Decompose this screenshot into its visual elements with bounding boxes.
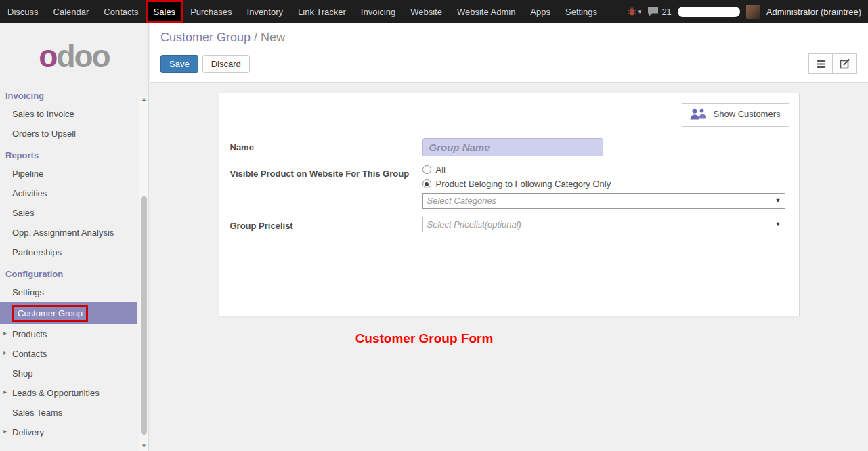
topbar-right: ▾ 21 Administrator (braintree): [627, 0, 868, 23]
menu-contacts[interactable]: Contacts: [96, 0, 146, 23]
sidebar-item-settings[interactable]: Settings: [0, 282, 137, 302]
sidebar-item-leads-opportunities[interactable]: ▸ Leads & Opportunities: [0, 383, 137, 403]
form-view-button[interactable]: [833, 53, 857, 74]
menu-calendar[interactable]: Calendar: [46, 0, 97, 23]
debug-bug-icon[interactable]: ▾: [627, 7, 642, 16]
list-view-button[interactable]: [808, 53, 833, 74]
group-name-input[interactable]: [422, 138, 603, 156]
customers-people-icon: [689, 108, 708, 122]
section-reports: Reports: [0, 144, 137, 164]
group-pricelist-label: Group Pricelist: [230, 217, 422, 232]
sidebar-item-orders-to-upsell[interactable]: Orders to Upsell: [0, 124, 137, 144]
sidebar-item-shop[interactable]: Shop: [0, 364, 137, 383]
menu-website[interactable]: Website: [403, 0, 450, 23]
main-area: Customer Group / New Save Discard: [150, 23, 868, 451]
list-icon: [816, 60, 826, 68]
sidebar-item-pipeline[interactable]: Pipeline: [0, 164, 137, 184]
sidebar-item-partnerships[interactable]: Partnerships: [0, 242, 137, 262]
discard-button[interactable]: Discard: [202, 55, 250, 73]
radio-option-all[interactable]: All: [422, 165, 785, 175]
name-label: Name: [230, 138, 422, 156]
topbar: Discuss Calendar Contacts Sales Purchase…: [0, 0, 868, 23]
breadcrumb-customer-group[interactable]: Customer Group: [160, 30, 251, 44]
edit-icon: [840, 58, 850, 69]
expand-triangle-icon: ▸: [3, 388, 7, 395]
pricelist-row: Group Pricelist Select Pricelist(optiona…: [230, 217, 785, 232]
show-customers-button[interactable]: Show Customers: [682, 103, 789, 127]
message-count: 21: [661, 7, 671, 17]
name-row: Name: [230, 138, 785, 156]
sidebar-scrollbar[interactable]: ▲ ▼: [139, 95, 148, 451]
menu-apps[interactable]: Apps: [523, 0, 558, 23]
radio-checked-icon[interactable]: [422, 179, 431, 188]
menu-inventory[interactable]: Inventory: [240, 0, 290, 23]
avatar[interactable]: [746, 5, 760, 19]
sidebar: odoo Invoicing Sales to Invoice Orders t…: [0, 23, 149, 451]
menu-purchases[interactable]: Purchases: [183, 0, 239, 23]
breadcrumb: Customer Group / New: [160, 30, 868, 45]
sidebar-item-opp-assignment-analysis[interactable]: Opp. Assignment Analysis: [0, 223, 137, 242]
save-button[interactable]: Save: [160, 55, 198, 73]
chevron-down-icon: ▾: [638, 8, 642, 15]
control-panel-buttons: Save Discard: [160, 53, 868, 74]
radio-icon[interactable]: [422, 165, 431, 174]
menu-settings[interactable]: Settings: [558, 0, 605, 23]
sidebar-item-sales[interactable]: Sales: [0, 203, 137, 223]
expand-triangle-icon: ▸: [3, 427, 7, 435]
sidebar-nav: Invoicing Sales to Invoice Orders to Ups…: [0, 84, 148, 442]
radio-option-category[interactable]: Product Beloging to Following Category O…: [422, 179, 785, 189]
form-content: Show Customers Name Visible Product on W…: [150, 83, 868, 451]
sidebar-item-customer-group[interactable]: Customer Group: [0, 302, 137, 324]
menu-link-tracker[interactable]: Link Tracker: [290, 0, 353, 23]
visible-product-label: Visible Product on Website For This Grou…: [230, 165, 422, 209]
control-panel: Customer Group / New Save Discard: [150, 23, 868, 83]
sidebar-item-contacts[interactable]: ▸ Contacts: [0, 344, 137, 364]
sidebar-item-sales-teams[interactable]: Sales Teams: [0, 403, 137, 423]
sidebar-item-activities[interactable]: Activities: [0, 184, 137, 203]
scroll-down-icon[interactable]: ▼: [139, 442, 148, 451]
messages-button[interactable]: 21: [647, 7, 671, 17]
breadcrumb-separator: /: [254, 30, 261, 44]
form-sheet: Show Customers Name Visible Product on W…: [219, 93, 800, 316]
section-invoicing: Invoicing: [0, 84, 137, 104]
expand-triangle-icon: ▸: [3, 329, 7, 337]
show-customers-label: Show Customers: [714, 109, 781, 120]
menu-sales[interactable]: Sales: [146, 0, 183, 23]
sidebar-item-delivery[interactable]: ▸ Delivery: [0, 423, 137, 442]
odoo-logo: odoo: [0, 23, 148, 84]
visible-product-row: Visible Product on Website For This Grou…: [230, 165, 785, 209]
menu-invoicing[interactable]: Invoicing: [353, 0, 403, 23]
view-switcher: [808, 53, 857, 74]
select-caret-icon: ▼: [775, 194, 781, 208]
expand-triangle-icon: ▸: [3, 349, 7, 356]
scrollbar-thumb[interactable]: [141, 196, 147, 435]
annotation-caption: Customer Group Form: [65, 331, 783, 346]
scroll-up-icon[interactable]: ▲: [139, 95, 148, 104]
menu-website-admin[interactable]: Website Admin: [450, 0, 523, 23]
user-menu[interactable]: Administrator (braintree): [766, 7, 861, 17]
topbar-menus: Discuss Calendar Contacts Sales Purchase…: [0, 0, 605, 23]
sidebar-item-sales-to-invoice[interactable]: Sales to Invoice: [0, 104, 137, 124]
pricelist-select[interactable]: Select Pricelist(optional) ▼: [422, 217, 785, 232]
customer-group-form: Name Visible Product on Website For This…: [230, 138, 785, 232]
odoo-app: Discuss Calendar Contacts Sales Purchase…: [0, 0, 868, 451]
status-pill[interactable]: [678, 7, 740, 17]
messages-bubble-icon: [647, 7, 659, 16]
select-caret-icon: ▼: [775, 217, 781, 232]
customer-group-label: Customer Group: [12, 305, 88, 322]
breadcrumb-new: New: [261, 30, 285, 44]
categories-select[interactable]: Select Categories ▼: [422, 193, 785, 209]
menu-discuss[interactable]: Discuss: [0, 0, 46, 23]
section-configuration: Configuration: [0, 262, 137, 282]
